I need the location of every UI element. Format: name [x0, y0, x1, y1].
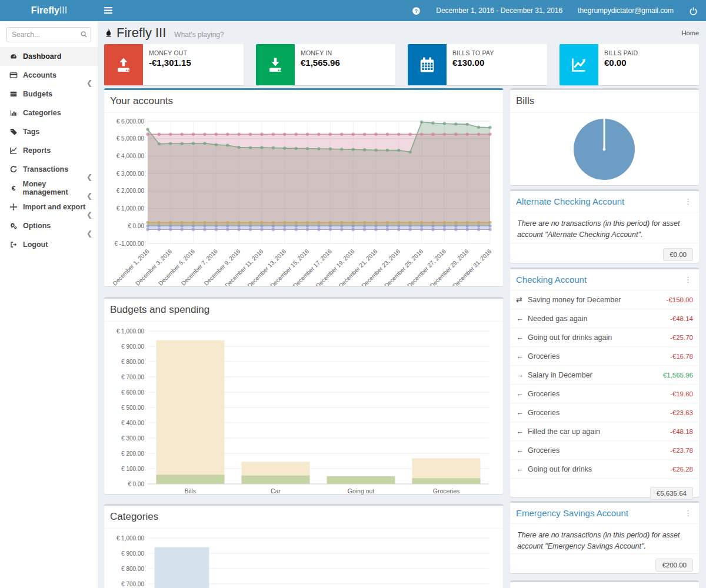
withdrawal-arrow-icon: ← [516, 446, 528, 455]
checking-account-link[interactable]: Checking Account [516, 275, 587, 285]
transaction-row: ←Filled the car up again-€48.18 [510, 422, 699, 441]
svg-text:€ 0.00: € 0.00 [128, 481, 144, 487]
logout-power-button[interactable] [689, 6, 698, 15]
transaction-row: ←Needed gas again-€48.14 [510, 309, 699, 328]
transaction-row: ←Groceries-€23.78 [510, 441, 699, 460]
infobox-label: BILLS PAID [604, 49, 638, 56]
transaction-description[interactable]: Going out for drinks [528, 465, 592, 473]
alternate-checking-account-link[interactable]: Alternate Checking Account [516, 196, 624, 206]
sidebar-item-label: Dashboard [23, 52, 61, 61]
panel-menu-icon[interactable]: ⋮ [683, 276, 693, 283]
transaction-description[interactable]: Groceries [528, 446, 560, 455]
svg-text:€ 700.00: € 700.00 [121, 374, 144, 380]
svg-text:€ 900.00: € 900.00 [121, 343, 144, 350]
transaction-row: ←Going out for drinks-€26.28 [510, 460, 699, 479]
sidebar-item-label: Budgets [23, 90, 52, 98]
brand-light: III [59, 5, 67, 16]
svg-text:€ 400.00: € 400.00 [121, 420, 144, 426]
sidebar-item-label: Import and export [23, 203, 85, 211]
sidebar-item-import-and-export[interactable]: Import and export❮ [0, 198, 98, 216]
sidebar-item-label: Transactions [23, 165, 68, 173]
svg-text:€ 800.00: € 800.00 [121, 566, 144, 572]
page-subtitle: What's playing? [174, 31, 224, 39]
panel-menu-icon[interactable]: ⋮ [683, 509, 693, 517]
svg-text:€ -1,000.00: € -1,000.00 [114, 240, 144, 247]
emergency-savings-panel: Emergency Savings Account ⋮ There are no… [510, 501, 699, 573]
sidebar-item-label: Logout [23, 240, 48, 249]
transaction-row: ←Groceries-€23.63 [510, 403, 699, 422]
transaction-description[interactable]: Needed gas again [528, 315, 587, 323]
sidebar-item-label: Categories [23, 109, 61, 117]
transaction-description[interactable]: Salary in December [528, 371, 592, 379]
account-balance: €200.00 [655, 559, 693, 572]
sidebar-item-dashboard[interactable]: Dashboard [0, 47, 98, 66]
power-icon [689, 6, 698, 15]
svg-text:€ 1,000.00: € 1,000.00 [116, 535, 145, 542]
breadcrumb[interactable]: Home [682, 29, 699, 36]
refresh-icon [8, 165, 19, 173]
brand-bold: Firefly [31, 5, 59, 16]
upload-icon [104, 44, 143, 85]
line-chart-icon [8, 146, 19, 155]
sidebar-item-transactions[interactable]: Transactions❮ [0, 160, 98, 179]
brand-logo[interactable]: FireflyIII [0, 0, 98, 21]
date-range-button[interactable]: December 1, 2016 - December 31, 2016 [436, 6, 562, 15]
sidebar-item-tags[interactable]: Tags [0, 122, 98, 141]
withdrawal-arrow-icon: ← [516, 333, 528, 342]
transaction-amount: -€26.28 [670, 466, 693, 473]
sidebar-item-options[interactable]: Options❮ [0, 216, 98, 235]
svg-text:€ 800.00: € 800.00 [121, 359, 144, 365]
sidebar-toggle-button[interactable] [98, 0, 118, 21]
withdrawal-arrow-icon: ← [516, 408, 528, 417]
infobox-money-out: MONEY OUT-€1,301.15 [104, 44, 244, 85]
sidebar-item-categories[interactable]: Categories [0, 103, 98, 122]
tag-icon [8, 128, 19, 136]
svg-text:€: € [11, 184, 15, 192]
sidebar-item-reports[interactable]: Reports [0, 141, 98, 160]
transaction-description[interactable]: Groceries [528, 390, 560, 398]
svg-text:€ 0.00: € 0.00 [128, 223, 144, 229]
transaction-amount: -€23.63 [670, 409, 693, 416]
transaction-description[interactable]: Groceries [528, 409, 560, 417]
svg-text:December 31, 2016: December 31, 2016 [452, 248, 493, 286]
user-email-menu[interactable]: thegrumpydictator@gmail.com [578, 6, 674, 15]
sidebar-item-budgets[interactable]: Budgets [0, 85, 98, 103]
transaction-description[interactable]: Groceries [528, 352, 560, 360]
bar-chart-icon [8, 109, 19, 117]
svg-text:Car: Car [271, 487, 281, 495]
your-accounts-panel: Your accounts € -1,000.00€ 0.00€ 1,000.0… [104, 88, 503, 286]
withdrawal-arrow-icon: ← [516, 314, 528, 323]
tasks-icon [8, 90, 19, 98]
infobox-value: €130.00 [452, 58, 494, 68]
sidebar-item-logout[interactable]: Logout [0, 235, 98, 254]
sidebar: DashboardAccounts❮BudgetsCategoriesTagsR… [0, 21, 98, 588]
search-input[interactable] [6, 27, 91, 42]
infobox-label: MONEY IN [301, 49, 340, 56]
transaction-description[interactable]: Filled the car up again [528, 427, 600, 436]
no-transactions-message: There are no transactions (in this perio… [510, 212, 699, 243]
transaction-description[interactable]: Saving money for December [528, 296, 621, 304]
checking-account-panel: Checking Account ⋮ ⇄Saving money for Dec… [510, 268, 699, 497]
svg-text:Going out: Going out [348, 487, 375, 495]
transaction-description[interactable]: Going out for drinks again [528, 333, 612, 342]
emergency-savings-account-link[interactable]: Emergency Savings Account [516, 508, 628, 518]
infobox-bills-to-pay: BILLS TO PAY€130.00 [408, 44, 547, 85]
search-icon[interactable] [80, 30, 88, 41]
transaction-row: ←Going out for drinks again-€25.70 [510, 328, 699, 347]
svg-text:€ 100.00: € 100.00 [121, 466, 144, 472]
sidebar-item-accounts[interactable]: Accounts❮ [0, 66, 98, 85]
account-balance: €0.00 [663, 248, 693, 261]
transaction-row: →Salary in December€1,565.96 [510, 366, 699, 385]
panel-menu-icon[interactable]: ⋮ [683, 198, 693, 205]
accounts-line-chart: € -1,000.00€ 0.00€ 1,000.00€ 2,000.00€ 3… [110, 116, 496, 286]
categories-panel: Categories € 0.00€ 100.00€ 200.00€ 300.0… [104, 504, 503, 588]
page-title: Firefly III What's playing? [104, 25, 224, 41]
sidebar-item-money-management[interactable]: €Money management❮ [0, 179, 98, 198]
your-accounts-title: Your accounts [110, 95, 173, 107]
infobox-value: -€1,301.15 [149, 58, 191, 68]
svg-text:€ 1,000.00: € 1,000.00 [116, 328, 145, 335]
help-button[interactable]: ? [412, 6, 421, 15]
svg-text:€ 1,000.00: € 1,000.00 [116, 205, 145, 212]
budgets-bar-chart: € 0.00€ 100.00€ 200.00€ 300.00€ 400.00€ … [110, 325, 496, 495]
hamburger-icon [104, 7, 112, 14]
